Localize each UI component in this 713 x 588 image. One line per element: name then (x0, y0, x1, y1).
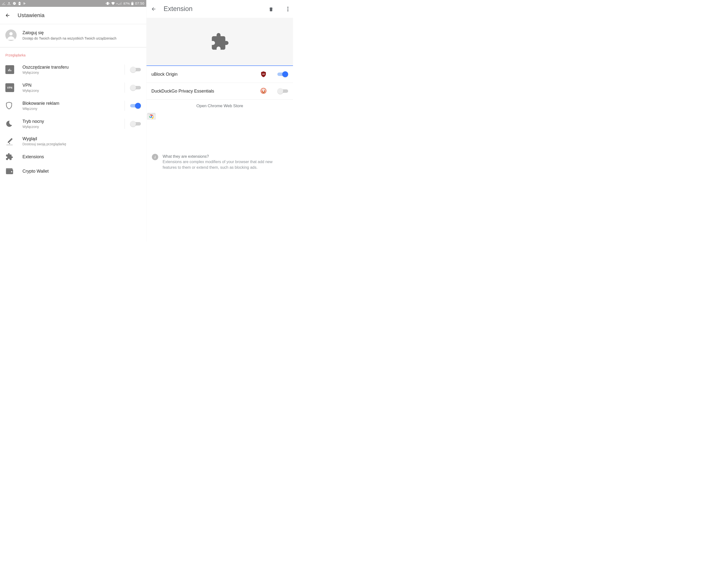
info-body: Extensions are complex modifiers of your… (163, 159, 288, 170)
svg-rect-25 (6, 168, 13, 170)
svg-point-29 (287, 10, 289, 12)
setting-subtitle: Włączony (22, 107, 123, 111)
svg-point-22 (9, 143, 10, 144)
statusbar: R 87% 07:50 (0, 0, 146, 7)
vibrate-icon (106, 2, 110, 5)
setting-title: Crypto Wallet (22, 169, 141, 174)
extension-row[interactable]: DuckDuckGo Privacy Essentials (147, 83, 293, 100)
svg-point-28 (287, 8, 289, 9)
setting-toggle[interactable] (130, 103, 141, 109)
extension-name: DuckDuckGo Privacy Essentials (151, 89, 257, 94)
puzzle-icon (210, 32, 229, 51)
settings-screen: R 87% 07:50 Ustawienia Zaloguj się Dostę… (0, 0, 147, 242)
svg-point-27 (287, 6, 289, 8)
setting-toggle[interactable] (130, 121, 141, 127)
puzzle-small-icon (5, 153, 22, 161)
svg-rect-8 (109, 3, 109, 4)
paint-icon (5, 137, 22, 145)
setting-subtitle: Wyłączony (22, 125, 123, 129)
svg-rect-7 (106, 3, 106, 4)
clock: 07:50 (135, 1, 144, 5)
setting-row[interactable]: Blokowanie reklamWłączony (0, 97, 146, 115)
duckduckgo-icon (260, 88, 267, 94)
setting-row[interactable]: Extensions (0, 149, 146, 164)
svg-rect-16 (132, 2, 133, 2)
back-arrow-icon[interactable] (151, 6, 156, 12)
info-block: i What they are extensions? Extensions a… (147, 154, 293, 170)
page-title: Extension (164, 5, 193, 13)
setting-title: VPN (22, 83, 123, 88)
extension-header (147, 18, 293, 66)
setting-subtitle: Dostosuj swoją przeglądarkę (22, 142, 141, 146)
download-done-icon (2, 2, 5, 5)
svg-rect-21 (11, 70, 11, 71)
setting-title: Tryb nocny (22, 119, 123, 124)
setting-toggle[interactable] (130, 67, 141, 72)
svg-rect-20 (9, 69, 10, 71)
more-vert-icon[interactable] (287, 6, 289, 12)
setting-title: Oszczędzanie transferu (22, 65, 123, 70)
login-title: Zaloguj się (22, 30, 117, 36)
page-title: Ustawienia (18, 12, 45, 19)
battery-plus-icon (18, 2, 21, 5)
extension-toggle[interactable] (277, 71, 288, 77)
svg-point-18 (9, 32, 13, 36)
bars-icon (5, 65, 22, 74)
login-row[interactable]: Zaloguj się Dostęp do Twoich danych na w… (0, 24, 146, 47)
info-icon: i (152, 154, 158, 160)
trash-icon[interactable] (269, 6, 273, 12)
check-circle-icon (13, 2, 16, 5)
extension-toggle[interactable] (277, 88, 288, 94)
setting-subtitle: Wyłączony (22, 70, 123, 75)
svg-rect-13 (121, 2, 122, 5)
wifi-icon (111, 2, 115, 5)
signal-roaming-icon: R (117, 2, 122, 5)
svg-rect-12 (120, 3, 121, 5)
back-arrow-icon[interactable] (5, 13, 10, 18)
vpn-icon: VPN (5, 83, 22, 92)
appbar-left: Ustawienia (0, 7, 146, 24)
chrome-webstore-icon (147, 110, 293, 120)
svg-rect-15 (132, 2, 133, 2)
setting-subtitle: Wyłączony (22, 89, 123, 92)
svg-text:uo: uo (262, 73, 265, 75)
setting-title: Extensions (22, 154, 141, 160)
ublock-icon: uo (260, 71, 267, 78)
setting-title: Blokowanie reklam (22, 101, 123, 106)
section-label: Przeglądarka (0, 47, 146, 61)
setting-title: Wygląd (22, 136, 141, 141)
svg-rect-11 (120, 3, 120, 5)
svg-rect-19 (8, 69, 9, 71)
svg-rect-23 (6, 145, 13, 145)
svg-point-35 (264, 90, 264, 90)
setting-row[interactable]: Oszczędzanie transferuWyłączony (0, 61, 146, 79)
info-question: What they are extensions? (163, 154, 288, 159)
play-protect-icon (23, 2, 26, 5)
upload-icon (7, 2, 11, 5)
wallet-icon (5, 168, 22, 175)
extension-name: uBlock Origin (151, 72, 257, 77)
battery-icon (131, 2, 133, 5)
setting-row[interactable]: Crypto Wallet (0, 164, 146, 178)
svg-rect-9 (109, 3, 109, 4)
webstore-row[interactable]: Open Chrome Web Store (147, 100, 293, 122)
setting-toggle[interactable] (130, 85, 141, 90)
svg-rect-10 (119, 4, 119, 5)
appbar-right: Extension (147, 0, 293, 18)
shield-outline-icon (5, 102, 22, 110)
battery-pct: 87% (123, 2, 130, 5)
avatar-icon (5, 29, 17, 41)
roaming-label: R (117, 3, 118, 5)
setting-row[interactable]: WyglądDostosuj swoją przeglądarkę (0, 133, 146, 149)
login-subtitle: Dostęp do Twoich danych na wszystkich Tw… (22, 36, 117, 40)
webstore-label: Open Chrome Web Store (147, 104, 293, 108)
setting-row[interactable]: Tryb nocnyWyłączony (0, 115, 146, 133)
svg-rect-5 (107, 2, 108, 5)
extensions-screen: Extension uBlock OriginuoDuckDuckGo Priv… (147, 0, 293, 242)
setting-row[interactable]: VPNVPNWyłączony (0, 79, 146, 97)
svg-rect-4 (19, 2, 20, 2)
extension-row[interactable]: uBlock Originuo (147, 66, 293, 83)
svg-point-26 (11, 171, 12, 172)
moon-icon (5, 120, 22, 127)
